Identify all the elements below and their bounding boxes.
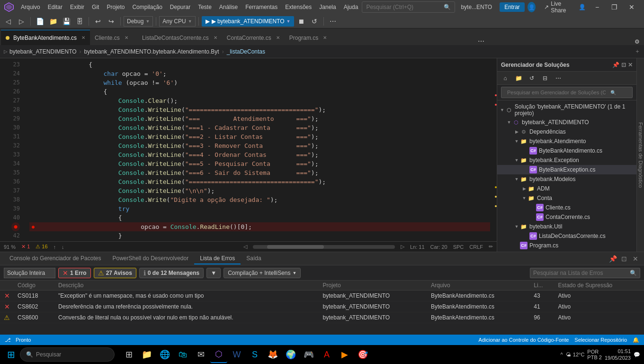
error-count-btn[interactable]: ✕ 1 Erro (58, 268, 91, 278)
more-btn[interactable]: ⋯ (327, 16, 339, 27)
build-filter-btn[interactable]: Compilação + IntelliSens ▼ (224, 268, 301, 278)
tab-powershell[interactable]: PowerShell do Desenvolvedor (107, 253, 194, 264)
tree-program-cs[interactable]: C# Program.cs (497, 241, 636, 250)
taskbar-acrobat[interactable]: A (318, 346, 335, 363)
se-pin-btn[interactable]: 📌 (612, 62, 619, 68)
win-close-btn[interactable]: ✕ (623, 0, 640, 14)
tab-lista-erros[interactable]: Lista de Erros (194, 253, 241, 264)
menu-ajuda[interactable]: Ajuda (340, 2, 362, 12)
new-file-btn[interactable]: 📄 (34, 16, 46, 27)
tree-bytebankAtendimento-cs[interactable]: C# ByteBankAtendimento.cs (497, 146, 636, 155)
notification-icon[interactable]: 🔔 (633, 337, 639, 343)
tray-chevron[interactable]: ^ (561, 352, 563, 357)
tab-close-2[interactable]: ✕ (214, 35, 217, 40)
redo-btn[interactable]: ↪ (105, 16, 117, 27)
tab-close-3[interactable]: ✕ (276, 35, 280, 40)
menu-analise[interactable]: Análise (215, 2, 242, 12)
tree-contaCorrente-cs[interactable]: C# ContaCorrente.cs (497, 212, 636, 222)
win-restore-btn[interactable]: ❐ (606, 0, 623, 14)
live-share-button[interactable]: ↗ Live Share (539, 0, 575, 16)
select-repo-btn[interactable]: Selecionar Repositório (574, 337, 627, 343)
tree-lista-cs[interactable]: C# ListaDeContasCorrente.cs (497, 231, 636, 241)
tray-notification-btn[interactable]: 💬 (634, 352, 640, 358)
col-state[interactable]: Estado de Supressão (555, 281, 644, 291)
filter-icon-btn[interactable]: ▼ (206, 268, 221, 278)
back-btn[interactable]: ◁ (2, 16, 14, 27)
taskbar-xbox[interactable]: 🎮 (300, 346, 317, 363)
error-search-box[interactable]: 🔍 (530, 268, 640, 278)
taskbar-skype[interactable]: S (246, 346, 263, 363)
tab-close-4[interactable]: ✕ (323, 35, 327, 40)
forward-btn[interactable]: ▷ (15, 16, 27, 27)
nav-up[interactable]: ↑ (54, 244, 56, 250)
system-clock[interactable]: 01:51 19/05/2023 (605, 348, 631, 362)
horizontal-scrollbar[interactable] (253, 245, 395, 249)
diagnostic-panel[interactable]: Ferramentas de Diagnóstico (636, 58, 644, 252)
error-row[interactable]: ✕ CS0118 "Exception" é um namespace, mas… (0, 291, 644, 301)
taskbar-mail[interactable]: ✉ (192, 346, 209, 363)
menu-extensoes[interactable]: Extensões (281, 2, 315, 12)
scroll-right[interactable]: ▷ (401, 244, 404, 250)
tab-program[interactable]: Program.cs ✕ (285, 30, 332, 45)
menu-teste[interactable]: Teste (194, 2, 215, 12)
tab-bytebankAtendimento[interactable]: ByteBankAtendimento.cs ✕ (1, 30, 90, 45)
menu-ferramentas[interactable]: Ferramentas (242, 2, 281, 12)
tab-listaDeContasCorrente[interactable]: ListaDeContasCorrente.cs ✕ (137, 30, 222, 45)
se-home-btn[interactable]: ⌂ (499, 73, 511, 84)
tree-project[interactable]: ▼ ⬡ bytebank_ATENDIMENTO (497, 118, 636, 127)
scroll-left[interactable]: ◁ (243, 244, 247, 250)
tree-folder-exception[interactable]: ▼ 📁 bytebank.Exception (497, 155, 636, 165)
se-more-btn[interactable]: ⋯ (552, 73, 564, 84)
tab-gerenciador-pacotes[interactable]: Console do Gerenciador de Pacotes (4, 253, 107, 264)
menu-janela[interactable]: Janela (315, 2, 340, 12)
tab-close-0[interactable]: ✕ (81, 35, 85, 40)
menu-compilacao[interactable]: Compilação (128, 2, 166, 12)
tree-folder-atendimento[interactable]: ▼ 📁 bytebank.Atendimento (497, 136, 636, 146)
menu-arquivo[interactable]: Arquivo (17, 2, 44, 12)
error-row[interactable]: ⚠ CS8600 Conversão de literal nula ou po… (0, 312, 644, 323)
tab-contaCorrente[interactable]: ContaCorrente.cs ✕ (222, 30, 285, 45)
se-refresh-btn[interactable]: ↺ (526, 73, 538, 84)
path-segment-2[interactable]: bytebank_ATENDIMENTO.bytebank.Atendiment… (84, 48, 219, 55)
editor-settings-btn[interactable]: ⚙ (631, 38, 644, 45)
nav-down[interactable]: ↓ (62, 244, 64, 250)
windows-logo[interactable]: ⊞ (4, 347, 18, 362)
scope-filter-dropdown[interactable]: Solução Inteira (4, 268, 55, 278)
taskbar-games[interactable]: 🎯 (354, 346, 371, 363)
win-minimize-btn[interactable]: − (589, 0, 606, 14)
tree-folder-util[interactable]: ▼ 📁 bytebank.Util (497, 222, 636, 231)
menu-editar[interactable]: Editar (44, 2, 66, 12)
taskbar-search[interactable]: 🔍 Pesquisar (20, 347, 115, 362)
tab-close-1[interactable]: ✕ (125, 35, 128, 40)
tree-dependencies[interactable]: ▶ ⚙ Dependências (497, 127, 636, 136)
bottom-dock-btn[interactable]: ⊡ (619, 254, 629, 264)
se-search-input[interactable] (504, 88, 608, 97)
warning-count-btn[interactable]: ⚠ 27 Avisos (94, 268, 136, 278)
bottom-pin-btn[interactable]: 📌 (608, 254, 617, 264)
user-icon[interactable]: 👤 (528, 2, 536, 12)
tree-cliente-cs[interactable]: C# Cliente.cs (497, 203, 636, 212)
path-segment-1[interactable]: bytebank_ATENDIMENTO (9, 48, 77, 55)
platform-dropdown[interactable]: Any CPU ▼ (159, 16, 195, 27)
menu-projeto[interactable]: Projeto (103, 2, 128, 12)
col-project[interactable]: Projeto (319, 281, 427, 291)
taskbar-vlc[interactable]: ▶ (336, 346, 353, 363)
tree-folder-adm[interactable]: ▶ 📁 ADM (497, 184, 636, 193)
open-file-btn[interactable]: 📁 (47, 16, 59, 27)
tabs-more-btn[interactable]: ⋯ (474, 37, 488, 45)
se-folder-btn[interactable]: 📁 (512, 73, 525, 84)
taskbar-vs[interactable]: ⬡ (210, 346, 227, 363)
tree-folder-modelos[interactable]: ▼ 📁 bytebank.Modelos (497, 174, 636, 184)
search-box[interactable]: 🔍 (362, 1, 455, 13)
start-button[interactable]: ▶ ▶ bytebank_ATENDIMENTO ▼ (202, 16, 295, 27)
taskbar-store[interactable]: 🛍 (174, 346, 191, 363)
menu-exibir[interactable]: Exibir (66, 2, 88, 12)
tray-weather[interactable]: 🌤 12°C (566, 352, 585, 357)
error-row[interactable]: ✕ CS8602 Desreferência de uma referência… (0, 301, 644, 312)
taskbar-firefox[interactable]: 🦊 (264, 346, 281, 363)
stop-btn[interactable]: ⏹ (295, 16, 307, 27)
search-input[interactable] (366, 4, 442, 10)
se-collapse-btn[interactable]: ⊟ (539, 73, 551, 84)
tab-saida[interactable]: Saída (241, 253, 267, 264)
message-count-btn[interactable]: ℹ 0 de 12 Mensagens (139, 268, 204, 278)
